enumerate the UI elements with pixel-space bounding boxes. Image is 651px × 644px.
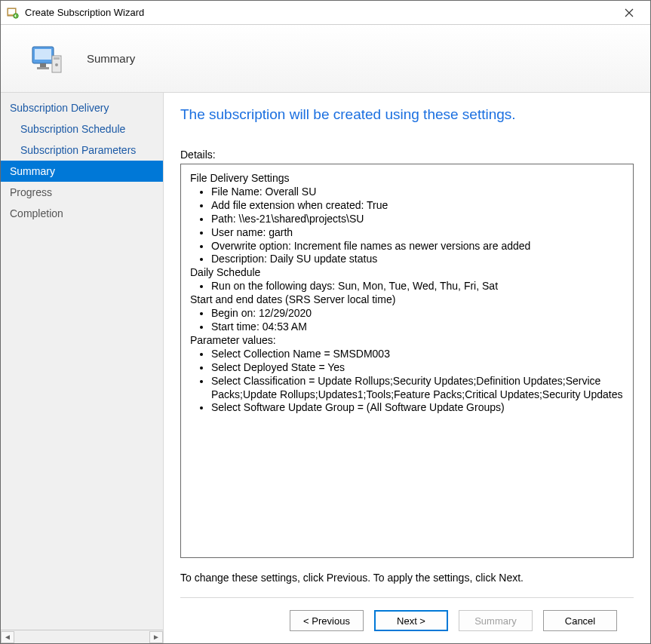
page-heading: Summary <box>87 52 135 65</box>
main-panel: The subscription will be created using t… <box>164 93 650 643</box>
next-button[interactable]: Next > <box>374 610 448 631</box>
details-label: Details: <box>180 149 634 161</box>
svg-point-9 <box>55 63 58 66</box>
nav-subscription-schedule[interactable]: Subscription Schedule <box>1 118 163 140</box>
detail-path: Path: \\es-21\shared\projects\SU <box>211 213 624 226</box>
detail-overwrite: Overwrite option: Increment file names a… <box>211 240 624 253</box>
svg-rect-1 <box>8 9 15 14</box>
nav-item-label: Subscription Schedule <box>20 123 125 135</box>
svg-rect-8 <box>54 57 60 60</box>
nav-item-label: Completion <box>10 207 63 219</box>
app-icon <box>7 7 19 19</box>
header-band: Summary <box>1 25 650 93</box>
detail-classification: Select Classification = Update Rollups;S… <box>211 375 624 402</box>
detail-add-ext: Add file extension when created: True <box>211 199 624 213</box>
params-list: Select Collection Name = SMSDM003 Select… <box>190 348 624 416</box>
dates-list: Begin on: 12/29/2020 Start time: 04:53 A… <box>190 307 624 334</box>
previous-button[interactable]: < Previous <box>290 610 364 631</box>
nav-item-label: Summary <box>10 165 55 177</box>
instruction-text: To change these settings, click Previous… <box>180 572 634 584</box>
detail-begin: Begin on: 12/29/2020 <box>211 307 624 320</box>
detail-collection: Select Collection Name = SMSDM003 <box>211 348 624 361</box>
nav-subscription-parameters[interactable]: Subscription Parameters <box>1 140 163 161</box>
window-title: Create Subscription Wizard <box>25 7 614 18</box>
wizard-icon <box>29 41 66 77</box>
schedule-list: Run on the following days: Sun, Mon, Tue… <box>190 280 624 293</box>
svg-rect-5 <box>40 63 46 67</box>
cancel-button[interactable]: Cancel <box>543 610 617 631</box>
wizard-window: Create Subscription Wizard Summary <box>0 0 651 644</box>
nav-subscription-delivery[interactable]: Subscription Delivery <box>1 97 163 118</box>
params-heading: Parameter values: <box>190 334 624 348</box>
details-box: File Delivery Settings File Name: Overal… <box>180 164 634 558</box>
titlebar: Create Subscription Wizard <box>1 1 650 25</box>
close-button[interactable] <box>614 2 644 24</box>
detail-days: Run on the following days: Sun, Mon, Tue… <box>211 280 624 293</box>
detail-user: User name: garth <box>211 226 624 240</box>
summary-button: Summary <box>459 610 533 631</box>
scroll-left-icon[interactable]: ◄ <box>1 631 14 643</box>
detail-deployed: Select Deployed State = Yes <box>211 361 624 375</box>
button-bar: < Previous Next > Summary Cancel <box>180 598 634 643</box>
dates-heading: Start and end dates (SRS Server local ti… <box>190 293 624 307</box>
detail-file-name: File Name: Overall SU <box>211 186 624 199</box>
nav-item-label: Subscription Parameters <box>20 144 136 156</box>
nav-progress[interactable]: Progress <box>1 182 163 203</box>
sidebar: Subscription Delivery Subscription Sched… <box>1 93 164 643</box>
detail-sug: Select Software Update Group = (All Soft… <box>211 401 624 415</box>
file-delivery-list: File Name: Overall SU Add file extension… <box>190 186 624 266</box>
nav-completion[interactable]: Completion <box>1 203 163 224</box>
scroll-right-icon[interactable]: ► <box>149 631 163 643</box>
svg-rect-6 <box>37 67 49 69</box>
sidebar-scrollbar: ◄ ► <box>1 630 163 643</box>
nav-item-label: Subscription Delivery <box>10 102 109 114</box>
detail-description: Description: Daily SU update status <box>211 253 624 266</box>
nav-summary[interactable]: Summary <box>1 161 163 182</box>
wizard-body: Subscription Delivery Subscription Sched… <box>1 93 650 643</box>
file-delivery-heading: File Delivery Settings <box>190 172 624 186</box>
nav-list: Subscription Delivery Subscription Sched… <box>1 93 163 630</box>
detail-start-time: Start time: 04:53 AM <box>211 320 624 334</box>
schedule-heading: Daily Schedule <box>190 266 624 280</box>
nav-item-label: Progress <box>10 186 52 198</box>
svg-rect-4 <box>35 49 51 60</box>
main-title: The subscription will be created using t… <box>180 106 634 123</box>
